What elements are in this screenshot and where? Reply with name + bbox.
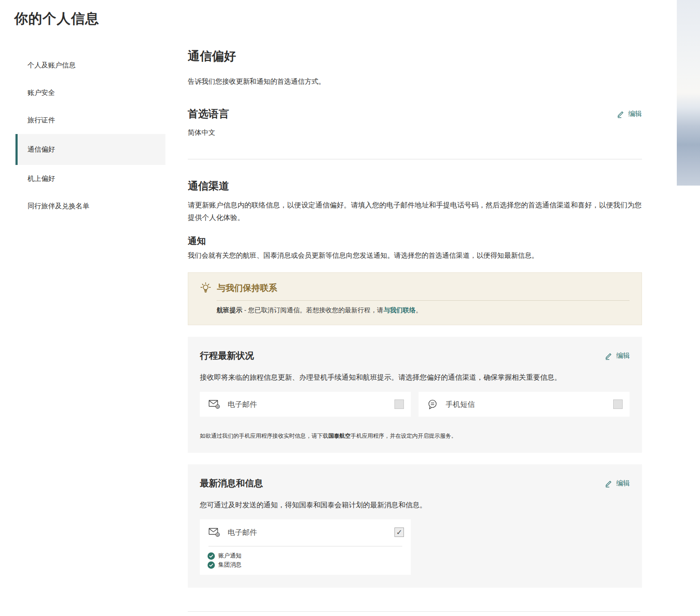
alert-title: 与我们保持联系	[217, 282, 277, 294]
sidebar-item-inflight-preferences[interactable]: 机上偏好	[15, 165, 165, 192]
pencil-icon	[605, 479, 613, 488]
news-offers-card: 最新消息和信息 编辑 您可通过及时发送的通知，得知国泰和国泰会籍计划的最新消息和…	[188, 464, 642, 588]
section-divider	[188, 159, 642, 159]
sms-checkbox[interactable]	[613, 399, 623, 409]
subscribed-item-group-news: 集团消息	[208, 561, 402, 569]
subscribed-item-label: 集团消息	[218, 561, 241, 569]
email-option: @ 电子邮件	[200, 392, 411, 417]
section-subtitle: 告诉我们您接收更新和通知的首选通信方式。	[188, 77, 642, 86]
alert-divider	[217, 300, 630, 301]
email-checkbox[interactable]	[394, 399, 404, 409]
pencil-icon	[617, 110, 625, 118]
checkmark-glyph: ✓	[396, 529, 402, 536]
sms-bubble-icon	[427, 399, 438, 410]
sidebar-item-label: 个人及账户信息	[28, 61, 76, 70]
preferred-language-value: 简体中文	[188, 128, 642, 137]
pencil-icon	[605, 352, 613, 360]
news-offers-description: 您可通过及时发送的通知，得知国泰和国泰会籍计划的最新消息和信息。	[200, 500, 630, 510]
subscribed-item-account-notices: 账户通知	[208, 552, 402, 560]
preferred-language-title: 首选语言	[188, 107, 229, 121]
sidebar: 个人及账户信息 账户安全 旅行证件 通信偏好 机上偏好 同行旅伴及兑换名单	[15, 52, 165, 220]
alert-message-end: 。	[416, 306, 422, 314]
sidebar-item-label: 账户安全	[28, 88, 55, 98]
check-circle-icon	[208, 561, 215, 569]
notifications-description: 我们会就有关您的航班、国泰消息或会员更新等信息向您发送通知。请选择您的首选通信渠…	[188, 250, 642, 261]
svg-text:@: @	[216, 533, 220, 537]
main-content: 通信偏好 告诉我们您接收更新和通知的首选通信方式。 首选语言 编辑 简体中文 通…	[188, 0, 642, 588]
section-heading: 通信偏好	[188, 48, 642, 64]
edit-label: 编辑	[616, 479, 630, 488]
email-at-icon: @	[208, 399, 220, 409]
news-offers-title: 最新消息和信息	[200, 477, 263, 489]
sidebar-item-label: 机上偏好	[28, 174, 55, 183]
sidebar-item-personal-account[interactable]: 个人及账户信息	[15, 52, 165, 79]
subscribed-item-label: 账户通知	[218, 552, 241, 560]
footnote-text: 如欲通过我们的手机应用程序接收实时信息，请下载	[200, 433, 328, 439]
check-circle-icon	[208, 552, 215, 560]
lightbulb-icon	[200, 282, 211, 294]
footnote-text: 手机应用程序，并在设定内开启提示服务。	[351, 433, 457, 439]
edit-language-button[interactable]: 编辑	[617, 110, 642, 119]
sms-option-label: 手机短信	[446, 399, 475, 409]
alert-message: 航班提示 - 您已取消订阅通信。若想接收您的最新行程，请与我们联络。	[217, 306, 630, 314]
email-option-label: 电子邮件	[228, 528, 257, 537]
sidebar-item-account-security[interactable]: 账户安全	[15, 79, 165, 107]
app-footnote: 如欲通过我们的手机应用程序接收实时信息，请下载国泰航空手机应用程序，并在设定内开…	[200, 432, 630, 440]
channels-title: 通信渠道	[188, 179, 642, 193]
edit-news-offers-button[interactable]: 编辑	[605, 479, 630, 488]
footnote-brand: 国泰航空	[328, 433, 351, 439]
stay-in-touch-alert: 与我们保持联系 航班提示 - 您已取消订阅通信。若想接收您的最新行程，请与我们联…	[188, 272, 642, 325]
email-at-icon: @	[208, 527, 220, 537]
trip-updates-card: 行程最新状况 编辑 接收即将来临的旅程信息更新、办理登机手续通知和航班提示。请选…	[188, 337, 642, 453]
alert-message-text: - 您已取消订阅通信。若想接收您的最新行程，请	[242, 306, 383, 314]
sidebar-item-communication-preferences[interactable]: 通信偏好	[15, 134, 165, 165]
email-option-label: 电子邮件	[228, 399, 257, 409]
sidebar-item-label: 通信偏好	[28, 145, 55, 154]
page-bottom-divider	[188, 611, 640, 612]
edit-label: 编辑	[628, 110, 642, 119]
channels-description: 请更新账户信息内的联络信息，以便设定通信偏好。请填入您的电子邮件地址和手提电话号…	[188, 199, 642, 224]
edit-label: 编辑	[616, 351, 630, 360]
sidebar-item-companions-redemption-list[interactable]: 同行旅伴及兑换名单	[15, 192, 165, 220]
email-checkbox-checked[interactable]: ✓	[394, 528, 404, 537]
contact-us-link[interactable]: 与我们联络	[383, 306, 416, 314]
notifications-title: 通知	[188, 235, 642, 247]
sidebar-item-label: 同行旅伴及兑换名单	[28, 202, 89, 211]
svg-text:@: @	[216, 405, 220, 409]
sidebar-item-travel-documents[interactable]: 旅行证件	[15, 107, 165, 134]
alert-bold-label: 航班提示	[217, 306, 242, 314]
trip-updates-description: 接收即将来临的旅程信息更新、办理登机手续通知和航班提示。请选择您偏好的通信渠道，…	[200, 373, 630, 382]
trip-updates-title: 行程最新状况	[200, 350, 254, 362]
sidebar-item-label: 旅行证件	[28, 116, 55, 125]
sms-option: 手机短信	[419, 392, 630, 417]
edit-trip-updates-button[interactable]: 编辑	[605, 351, 630, 360]
decorative-mountain-image	[677, 0, 700, 186]
page-title: 你的个人信息	[14, 9, 99, 28]
email-option-selected: @ 电子邮件 ✓ 账户通知	[200, 519, 411, 575]
